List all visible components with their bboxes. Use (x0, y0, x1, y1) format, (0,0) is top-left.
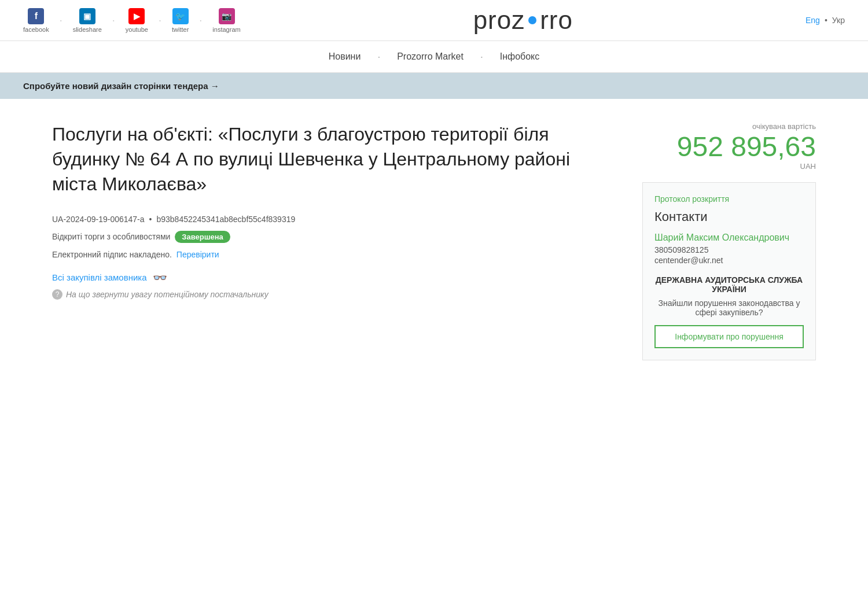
tender-id: UA-2024-09-19-006147-a (52, 215, 145, 224)
audit-subtext: Знайшли порушення законодавства у сфері … (654, 298, 804, 317)
protocol-link[interactable]: Протокол розкриття (654, 194, 804, 204)
expected-value: 952 895,63 (642, 133, 816, 161)
facebook-link[interactable]: f facebook (23, 8, 49, 33)
all-link-row: Всі закупівлі замовника 👓 (52, 271, 619, 285)
left-column: Послуги на об'єкті: «Послуги з благоустр… (52, 122, 619, 300)
verify-link[interactable]: Перевірити (176, 250, 219, 259)
youtube-label: youtube (126, 26, 148, 33)
instagram-label: instagram (212, 26, 240, 33)
top-bar: f facebook · ▣ slideshare · ▶ youtube · … (0, 0, 868, 41)
twitter-link[interactable]: 🐦 twitter (172, 8, 189, 33)
tender-type: Відкриті торги з особливостями (52, 232, 170, 241)
slideshare-link[interactable]: ▣ slideshare (73, 8, 102, 33)
slideshare-icon: ▣ (79, 8, 95, 24)
facebook-icon: f (28, 8, 44, 24)
tender-title: Послуги на об'єкті: «Послуги з благоустр… (52, 122, 619, 197)
banner[interactable]: Спробуйте новий дизайн сторінки тендера … (0, 73, 868, 99)
expected-label: очікувана вартість (642, 122, 816, 131)
nav-dot-1: • (378, 54, 380, 60)
hint-row: ? На що звернути увагу потенційному пост… (52, 289, 619, 300)
dot-sep-3: · (159, 14, 161, 27)
contact-name: Шарий Максим Олександрович (654, 233, 804, 243)
type-status-row: Відкриті торги з особливостями Завершена (52, 231, 619, 243)
contacts-heading: Контакти (654, 209, 804, 224)
lang-switcher: Eng • Укр (806, 16, 845, 25)
twitter-label: twitter (172, 26, 189, 33)
instagram-icon: 📷 (219, 8, 235, 24)
contact-email: centender@ukr.net (654, 256, 804, 265)
nav-infobox[interactable]: Інфобокс (500, 51, 540, 62)
contact-card: Протокол розкриття Контакти Шарий Максим… (642, 182, 816, 360)
id-separator: • (149, 215, 152, 224)
twitter-icon: 🐦 (172, 8, 189, 24)
nav-market[interactable]: Prozorro Market (397, 51, 464, 62)
sign-label: Електронний підпис накладено. (52, 250, 172, 259)
contact-phone: 380509828125 (654, 245, 804, 255)
banner-text: Спробуйте новий дизайн сторінки тендера … (23, 81, 219, 91)
right-column: очікувана вартість 952 895,63 UAH Проток… (642, 122, 816, 360)
slideshare-label: slideshare (73, 26, 102, 33)
dot-sep-4: · (199, 14, 202, 27)
social-links: f facebook · ▣ slideshare · ▶ youtube · … (23, 8, 241, 33)
lang-dot: • (825, 16, 827, 25)
sign-row: Електронний підпис накладено. Перевірити (52, 250, 619, 259)
logo: proz rro (473, 6, 573, 35)
main-content: Послуги на об'єкті: «Послуги з благоустр… (29, 99, 839, 384)
lang-ukr[interactable]: Укр (832, 16, 845, 25)
youtube-icon: ▶ (128, 8, 145, 24)
audit-heading: ДЕРЖАВНА АУДИТОРСЬКА СЛУЖБА УКРАЇНИ (654, 275, 804, 294)
all-procurements-link[interactable]: Всі закупівлі замовника (52, 272, 147, 282)
expected-currency: UAH (642, 162, 816, 171)
logo-text-left: proz (473, 6, 525, 35)
tender-hash: b93b8452245341ab8ecbf55c4f839319 (156, 215, 295, 224)
report-violation-button[interactable]: Інформувати про порушення (654, 325, 804, 348)
nav-dot-2: • (481, 54, 483, 60)
logo-dot (528, 16, 536, 24)
youtube-link[interactable]: ▶ youtube (126, 8, 148, 33)
status-badge: Завершена (175, 231, 230, 243)
glasses-icon: 👓 (153, 271, 167, 285)
hint-text: На що звернути увагу потенційному постач… (66, 290, 269, 299)
hint-question-icon: ? (52, 289, 62, 300)
meta-id-row: UA-2024-09-19-006147-a • b93b8452245341a… (52, 215, 619, 224)
facebook-label: facebook (23, 26, 49, 33)
dot-sep-1: · (60, 14, 62, 27)
nav-bar: Новини • Prozorro Market • Інфобокс (0, 41, 868, 73)
logo-text-right: rro (540, 6, 573, 35)
dot-sep-2: · (112, 14, 115, 27)
instagram-link[interactable]: 📷 instagram (212, 8, 240, 33)
nav-news[interactable]: Новини (329, 51, 361, 62)
lang-eng[interactable]: Eng (806, 16, 820, 25)
